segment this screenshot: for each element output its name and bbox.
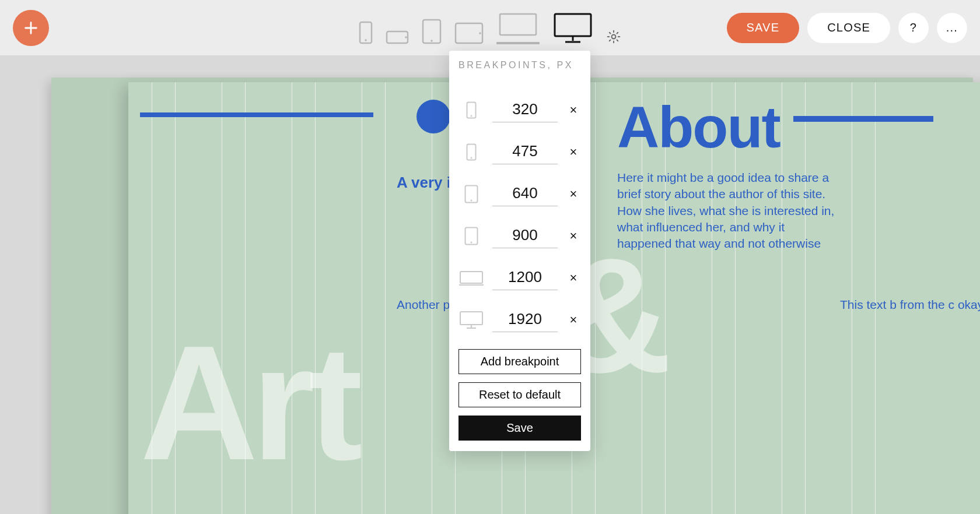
tablet-portrait-icon	[459, 227, 484, 245]
breakpoint-settings-button[interactable]	[606, 29, 621, 44]
breakpoint-row: ×	[459, 173, 581, 215]
device-phone-landscape[interactable]	[386, 30, 409, 44]
tablet-portrait-icon	[459, 185, 484, 203]
add-breakpoint-button[interactable]: Add breakpoint	[459, 349, 581, 374]
help-button[interactable]: ?	[898, 13, 929, 43]
device-switcher	[359, 12, 621, 44]
close-icon: ×	[570, 186, 578, 201]
breakpoint-input[interactable]	[492, 98, 558, 122]
delete-breakpoint-button[interactable]: ×	[566, 103, 581, 118]
svg-point-18	[471, 200, 473, 202]
delete-breakpoint-button[interactable]: ×	[566, 228, 581, 244]
close-icon: ×	[570, 228, 578, 243]
paragraph-3[interactable]: This text b from the c okay and	[840, 297, 980, 312]
device-desktop[interactable]	[552, 12, 593, 44]
save-button[interactable]: SAVE	[727, 13, 800, 43]
breakpoint-row: ×	[459, 257, 581, 299]
close-icon: ×	[570, 312, 578, 327]
laptop-icon	[459, 270, 484, 286]
svg-rect-8	[500, 14, 536, 35]
popover-title: Breakpoints, px	[459, 60, 581, 71]
breakpoint-input[interactable]	[492, 224, 558, 248]
breakpoint-row: ×	[459, 299, 581, 341]
svg-rect-4	[423, 20, 440, 43]
divider-rule-right	[793, 116, 933, 122]
svg-rect-23	[460, 312, 482, 325]
close-button[interactable]: CLOSE	[807, 13, 890, 43]
divider-rule-left	[140, 112, 373, 117]
device-laptop[interactable]	[496, 12, 540, 44]
reset-breakpoints-button[interactable]: Reset to default	[459, 382, 581, 407]
svg-rect-21	[460, 272, 482, 283]
toolbar-actions: SAVE CLOSE ? ...	[727, 0, 968, 55]
svg-point-14	[471, 115, 473, 117]
close-icon: ×	[570, 145, 578, 159]
top-toolbar: SAVE CLOSE ? ...	[0, 0, 980, 55]
plus-icon	[23, 20, 39, 36]
breakpoint-input[interactable]	[492, 266, 558, 290]
svg-point-12	[612, 34, 616, 38]
breakpoint-input[interactable]	[492, 182, 558, 206]
svg-rect-9	[555, 14, 591, 36]
delete-breakpoint-button[interactable]: ×	[566, 312, 581, 328]
svg-rect-2	[387, 31, 408, 43]
gear-icon	[606, 29, 621, 44]
save-breakpoints-button[interactable]: Save	[459, 416, 581, 441]
close-icon: ×	[570, 103, 578, 117]
svg-point-20	[471, 242, 473, 244]
phone-portrait-icon	[459, 143, 484, 161]
breakpoint-row: ×	[459, 89, 581, 131]
phone-portrait-icon	[459, 101, 484, 119]
breakpoint-row: ×	[459, 215, 581, 257]
device-phone-portrait[interactable]	[359, 21, 373, 44]
delete-breakpoint-button[interactable]: ×	[566, 270, 581, 286]
accent-dot	[416, 100, 450, 133]
delete-breakpoint-button[interactable]: ×	[566, 186, 581, 202]
about-body-text[interactable]: Here it might be a good idea to share a …	[617, 170, 839, 252]
breakpoint-input[interactable]	[492, 308, 558, 332]
breakpoint-input[interactable]	[492, 140, 558, 164]
svg-point-3	[405, 36, 407, 38]
svg-point-1	[365, 39, 367, 41]
desktop-icon	[459, 310, 484, 330]
svg-point-7	[479, 32, 481, 34]
device-tablet-portrait[interactable]	[422, 19, 442, 44]
art-decoration: Art	[140, 309, 356, 497]
close-icon: ×	[570, 270, 578, 285]
device-tablet-landscape[interactable]	[454, 22, 484, 44]
section-heading[interactable]: About	[617, 94, 780, 161]
delete-breakpoint-button[interactable]: ×	[566, 145, 581, 160]
breakpoint-row: ×	[459, 131, 581, 173]
svg-point-5	[430, 40, 433, 42]
svg-rect-6	[456, 23, 482, 43]
svg-point-16	[471, 157, 473, 159]
breakpoints-popover: Breakpoints, px × × × × × × Add breakpoi…	[449, 51, 590, 451]
add-button[interactable]	[13, 10, 49, 46]
more-button[interactable]: ...	[937, 13, 967, 43]
